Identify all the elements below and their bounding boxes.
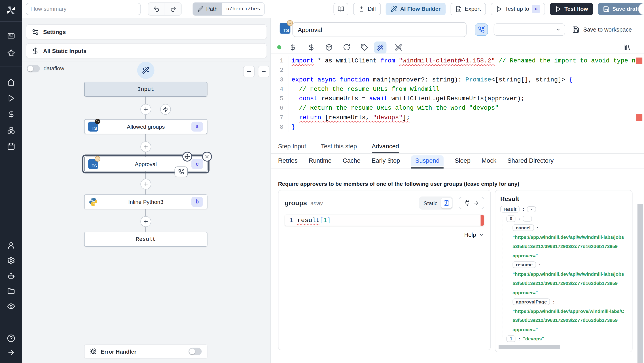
add-step-button[interactable] [140, 104, 151, 115]
export-button[interactable]: Export [450, 3, 486, 15]
diff-button[interactable]: Diff [353, 3, 381, 15]
tab-advanced[interactable]: Advanced [372, 140, 399, 153]
ai-wand-button[interactable] [137, 62, 154, 79]
library-icon[interactable] [622, 43, 631, 52]
star-icon[interactable] [7, 49, 15, 57]
dollar-icon[interactable] [289, 44, 296, 51]
result-tree-row: "https://app.windmill.dev/api/w/windmill… [500, 232, 627, 242]
add-step-button[interactable] [140, 179, 151, 190]
package-icon[interactable] [325, 44, 333, 51]
result-tree-row: cancel: [500, 223, 627, 232]
move-node-button[interactable] [182, 152, 192, 162]
result-node[interactable]: Result [84, 232, 208, 247]
ai-flow-builder-button[interactable]: AI Flow Builder [386, 3, 446, 15]
refresh-icon[interactable] [343, 44, 350, 51]
error-handler-label: Error Handler [100, 348, 136, 355]
add-step-button[interactable] [140, 216, 151, 227]
close-icon [204, 154, 210, 160]
help-dropdown[interactable]: Help [285, 231, 484, 238]
step-node-inline-python3[interactable]: Inline Python3 b [84, 194, 208, 209]
subtab-mock[interactable]: Mock [482, 154, 496, 169]
groups-expression-input[interactable]: 1 result[1] [285, 215, 484, 226]
indent-guide [509, 225, 510, 330]
code-editor[interactable]: 1import * as wmillClient from "windmill-… [270, 54, 644, 140]
subtab-shared-directory[interactable]: Shared Directory [507, 154, 554, 169]
home-icon[interactable] [7, 78, 15, 86]
add-step-button[interactable] [140, 141, 151, 152]
script-version-select[interactable] [494, 24, 565, 36]
dataflow-toggle[interactable] [26, 65, 40, 72]
windmill-logo-icon[interactable] [6, 5, 16, 16]
zoom-in-button[interactable] [243, 66, 254, 77]
gear-icon[interactable] [7, 256, 15, 265]
code-line: 7 return [resumeUrls, "devops"]; [270, 113, 644, 122]
advanced-subtabs: RetriesRuntimeCacheEarly StopSuspendSlee… [270, 154, 644, 169]
zoom-out-button[interactable] [258, 66, 269, 77]
user-icon[interactable] [7, 241, 15, 249]
cubes-icon[interactable] [7, 126, 15, 135]
suspend-phone-button[interactable] [475, 24, 488, 36]
save-icon [572, 26, 580, 33]
undo-button[interactable] [148, 3, 164, 15]
flow-summary-input[interactable] [26, 3, 141, 15]
flow-graph-panel: Settings All Static Inputs dataflow Inpu… [22, 18, 270, 363]
delete-node-button[interactable] [202, 152, 212, 162]
bot-icon[interactable] [7, 272, 15, 280]
add-trigger-button[interactable] [160, 104, 171, 115]
subtab-suspend[interactable]: Suspend [411, 154, 444, 169]
wand-icon [142, 67, 150, 74]
dollar-icon[interactable] [7, 110, 15, 118]
subtab-runtime[interactable]: Runtime [308, 154, 332, 169]
docs-button[interactable] [334, 3, 348, 15]
result-key-pill: 0 [506, 215, 516, 222]
arrow-right-icon[interactable] [7, 349, 15, 357]
input-node[interactable]: Input [84, 82, 208, 97]
settings-sliders-icon [32, 28, 39, 36]
path-button[interactable]: Path u/henri/bes [192, 2, 264, 16]
eye-icon[interactable] [7, 302, 15, 310]
all-static-inputs-row[interactable]: All Static Inputs [26, 43, 267, 58]
wand-off-icon[interactable] [395, 44, 402, 51]
error-handler-node[interactable]: Error Handler [84, 344, 208, 358]
path-label: Path [206, 6, 218, 12]
book-open-icon [338, 6, 344, 12]
subtab-cache[interactable]: Cache [343, 154, 361, 169]
flow-settings-row[interactable]: Settings [26, 24, 267, 39]
help-icon[interactable] [7, 334, 15, 342]
play-icon[interactable] [7, 94, 15, 103]
tab-test-this-step[interactable]: Test this step [321, 140, 357, 153]
vertical-scrollbar[interactable] [638, 204, 643, 363]
folder-icon[interactable] [7, 287, 15, 295]
subtab-retries[interactable]: Retries [278, 154, 298, 169]
result-tree-row: a3f58d13e212/3963172903/2c77d162d6b17395… [500, 316, 627, 325]
test-up-to-button[interactable]: Test up toc [490, 3, 545, 15]
step-node-allowed-groups[interactable]: TS Allowed groups a [84, 119, 208, 134]
javascript-expression-mode-button[interactable] [441, 198, 452, 208]
suspend-approval-indicator[interactable] [175, 167, 188, 177]
horizontal-scrollbar[interactable] [499, 345, 560, 349]
collapse-button[interactable]: - [527, 206, 536, 212]
static-mode-toggle: Static [419, 196, 453, 210]
apps-icon[interactable] [7, 32, 15, 40]
diff-icon [358, 6, 365, 12]
step-name-input[interactable] [292, 22, 467, 37]
undo-redo-group [148, 2, 182, 16]
step-node-label: Approval [84, 161, 207, 167]
connect-input-button[interactable] [459, 197, 484, 209]
undo-icon [153, 6, 160, 12]
dollar-icon[interactable] [308, 44, 315, 51]
save-to-workspace-button[interactable]: Save to workspace [572, 24, 632, 36]
input-node-label: Input [84, 86, 207, 92]
calendar-icon[interactable] [7, 142, 15, 151]
error-handler-toggle[interactable] [188, 348, 202, 355]
ai-assistant-button[interactable] [374, 42, 386, 54]
redo-button[interactable] [165, 3, 181, 15]
subtab-sleep[interactable]: Sleep [455, 154, 470, 169]
static-label[interactable]: Static [424, 200, 438, 206]
collapse-button[interactable]: - [523, 216, 532, 222]
test-flow-button[interactable]: Test flow [550, 3, 593, 15]
tab-step-input[interactable]: Step Input [278, 140, 306, 153]
tag-icon[interactable] [361, 44, 368, 51]
save-draft-button[interactable]: Save draft [598, 3, 644, 15]
subtab-early-stop[interactable]: Early Stop [372, 154, 400, 169]
